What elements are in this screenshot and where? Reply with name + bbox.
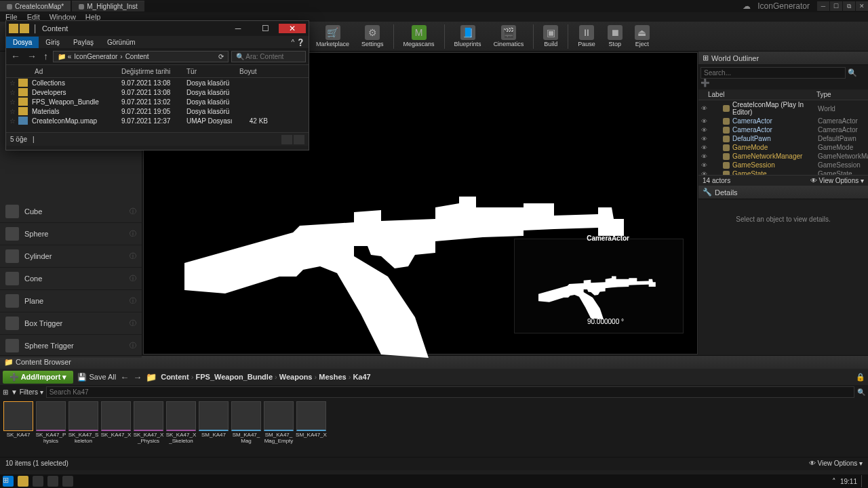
place-actor-item[interactable]: Cubeⓘ: [0, 201, 142, 223]
visibility-icon[interactable]: 👁: [701, 118, 708, 125]
close-button[interactable]: ✕: [856, 1, 868, 11]
cb-lock-icon[interactable]: 🔒: [856, 373, 865, 382]
explorer-close[interactable]: ✕: [279, 24, 306, 33]
star-icon[interactable]: ☆: [6, 89, 18, 96]
toolbar-pause[interactable]: ⏸Pause: [572, 22, 601, 51]
visibility-icon[interactable]: 👁: [701, 136, 708, 142]
toolbar-blueprints[interactable]: 📘Blueprints: [449, 22, 487, 51]
editor-tab-map[interactable]: CreateIconMap*: [0, 1, 71, 12]
place-actor-item[interactable]: Sphereⓘ: [0, 223, 142, 245]
info-icon[interactable]: ⓘ: [130, 274, 136, 283]
place-actor-item[interactable]: Planeⓘ: [0, 290, 142, 312]
outliner-row[interactable]: 👁GameModeGameMode: [698, 143, 868, 152]
asset-item[interactable]: SM_KA47: [198, 401, 229, 454]
info-icon[interactable]: ⓘ: [130, 207, 136, 216]
explorer-row[interactable]: ☆CreateIconMap.umap9.07.2021 12:37UMAP D…: [6, 116, 309, 125]
info-icon[interactable]: ⓘ: [130, 296, 136, 306]
explorer-help-icon[interactable]: ^ ❔: [288, 39, 309, 46]
cb-filters-button[interactable]: ▼ Filters ▾: [11, 388, 43, 396]
explorer-view-details[interactable]: [281, 135, 292, 144]
explorer-tab-view[interactable]: Görünüm: [100, 37, 142, 48]
place-actor-item[interactable]: Sphere Triggerⓘ: [0, 335, 142, 357]
info-icon[interactable]: ⓘ: [130, 341, 136, 350]
explorer-tab-share[interactable]: Paylaş: [66, 37, 100, 48]
visibility-icon[interactable]: 👁: [701, 162, 708, 169]
explorer-row[interactable]: ☆Collections9.07.2021 13:08Dosya klasörü: [6, 78, 309, 87]
windows-taskbar[interactable]: ⊞ ˄ 19:11: [0, 474, 868, 488]
explorer-back[interactable]: ←: [9, 51, 22, 62]
star-icon[interactable]: ☆: [6, 98, 18, 106]
explorer-tab-file[interactable]: Dosya: [6, 37, 39, 48]
place-actor-item[interactable]: Cylinderⓘ: [0, 245, 142, 268]
taskbar-app-icon[interactable]: [47, 476, 58, 487]
place-actor-item[interactable]: Box Triggerⓘ: [0, 312, 142, 335]
asset-item[interactable]: SM_KA47_X: [296, 401, 327, 454]
explorer-search[interactable]: 🔍 Ara: Content: [231, 51, 306, 62]
info-icon[interactable]: ⓘ: [130, 229, 136, 239]
asset-item[interactable]: SK_KA47_Physics: [35, 401, 66, 454]
visibility-icon[interactable]: 👁: [701, 153, 708, 160]
start-button[interactable]: ⊞: [3, 476, 14, 487]
explorer-up[interactable]: ↑: [41, 51, 50, 62]
nav-back[interactable]: ←: [120, 372, 129, 382]
outliner-row[interactable]: 👁CameraActorCameraActor: [698, 117, 868, 125]
explorer-path[interactable]: 📁 « IconGenerator›Content ⟳: [53, 51, 229, 62]
explorer-tab-home[interactable]: Giriş: [39, 37, 66, 48]
toolbar-build[interactable]: ▣Build: [538, 22, 564, 51]
cb-view-options[interactable]: 👁 View Options ▾: [809, 460, 863, 468]
asset-item[interactable]: SK_KA47_X: [100, 401, 132, 454]
place-actor-item[interactable]: Coneⓘ: [0, 268, 142, 290]
minimize-button[interactable]: ─: [817, 1, 829, 11]
taskbar-app-icon[interactable]: [62, 476, 73, 487]
star-icon[interactable]: ☆: [6, 79, 18, 87]
nav-folder[interactable]: 📁: [146, 372, 157, 382]
notification-icon[interactable]: ☁: [743, 1, 751, 11]
cb-search-input[interactable]: [46, 386, 854, 398]
visibility-icon[interactable]: 👁: [701, 127, 708, 134]
outliner-row[interactable]: 👁CameraActorCameraActor: [698, 125, 868, 134]
star-icon[interactable]: ☆: [6, 108, 18, 115]
breadcrumb[interactable]: Meshes: [319, 373, 346, 381]
explorer-view-icons[interactable]: [294, 135, 304, 144]
asset-item[interactable]: SM_KA47_Mag_Empty: [263, 401, 294, 454]
visibility-icon[interactable]: 👁: [701, 144, 708, 151]
toolbar-eject[interactable]: ⏏Eject: [629, 22, 655, 51]
explorer-headers[interactable]: Ad Değiştirme tarihi Tür Boyut: [6, 64, 309, 78]
asset-item[interactable]: SK_KA47_X_Physics: [133, 401, 164, 454]
editor-tab-material[interactable]: M_Highlight_Inst: [72, 1, 144, 12]
toolbar-marketplace[interactable]: 🛒Marketplace: [311, 22, 355, 51]
toolbar-stop[interactable]: ⏹Stop: [602, 22, 628, 51]
show-desktop-button[interactable]: [861, 475, 865, 487]
info-icon[interactable]: ⓘ: [130, 319, 136, 328]
toolbar-megascans[interactable]: MMegascans: [398, 22, 440, 51]
explorer-maximize[interactable]: ☐: [252, 24, 279, 33]
info-icon[interactable]: ⓘ: [130, 251, 136, 261]
maximize-button[interactable]: ☐: [830, 1, 842, 11]
nav-forward[interactable]: →: [133, 372, 142, 382]
taskbar-chrome-icon[interactable]: [33, 476, 43, 487]
explorer-row[interactable]: ☆FPS_Weapon_Bundle9.07.2021 13:02Dosya k…: [6, 97, 309, 106]
outliner-row[interactable]: 👁DefaultPawnDefaultPawn: [698, 134, 868, 143]
breadcrumb[interactable]: FPS_Weapon_Bundle: [196, 373, 273, 381]
outliner-search-input[interactable]: [701, 67, 846, 79]
taskbar-explorer-icon[interactable]: [18, 476, 28, 487]
tray-chevron-icon[interactable]: ˄: [832, 477, 836, 486]
restore-button[interactable]: ⧉: [843, 1, 855, 11]
explorer-forward[interactable]: →: [25, 51, 39, 62]
explorer-row[interactable]: ☆Developers9.07.2021 13:08Dosya klasörü: [6, 87, 309, 97]
breadcrumb[interactable]: Weapons: [279, 373, 313, 381]
file-explorer-window[interactable]: │ Content ─ ☐ ✕ Dosya Giriş Paylaş Görün…: [5, 20, 309, 150]
outliner-view-options[interactable]: 👁 View Options ▾: [810, 177, 864, 184]
outliner-row[interactable]: 👁GameStateGameState: [698, 169, 868, 175]
outliner-row[interactable]: 👁GameSessionGameSession: [698, 161, 868, 169]
asset-item[interactable]: SK_KA47_X_Skeleton: [165, 401, 197, 454]
taskbar-clock[interactable]: 19:11: [840, 478, 857, 485]
outliner-columns[interactable]: LabelType: [698, 89, 868, 100]
asset-item[interactable]: SK_KA47: [3, 401, 34, 454]
visibility-icon[interactable]: 👁: [701, 105, 708, 112]
explorer-minimize[interactable]: ─: [224, 24, 252, 33]
outliner-row[interactable]: 👁GameNetworkManagerGameNetworkManager: [698, 152, 868, 161]
breadcrumb[interactable]: Content: [161, 373, 189, 381]
explorer-row[interactable]: ☆Materials9.07.2021 19:05Dosya klasörü: [6, 106, 309, 116]
toolbar-cinematics[interactable]: 🎬Cinematics: [488, 22, 530, 51]
